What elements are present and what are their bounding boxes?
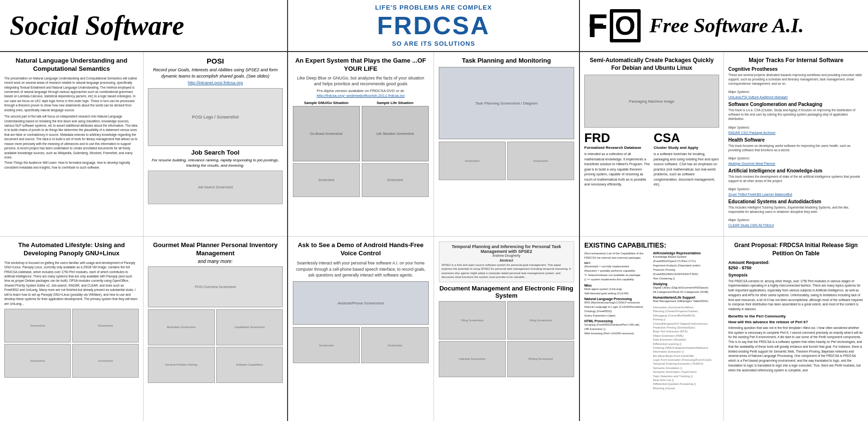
main-content: Natural Language Understanding and Compu… bbox=[0, 52, 868, 421]
frd-name: FRD bbox=[584, 131, 650, 145]
right-bottom-row: EXISTING CAPABILITIES: (Non-exhaustive) … bbox=[580, 237, 868, 421]
ai-link[interactable]: Scyer ThBot FreeKBS Learner BalanceBot bbox=[728, 193, 864, 196]
frd-csa-title: Semi-Automatically Create Packages Quick… bbox=[584, 57, 719, 72]
cognitive-section: Cognitive Prostheses These are several p… bbox=[728, 66, 864, 99]
conglomeration-title: Software Conglomeration and Packaging bbox=[728, 102, 864, 107]
lifestyle-ss2: Screenshot bbox=[72, 309, 139, 342]
ai-title: Artificial Intelligence and Knowledge-is… bbox=[728, 168, 864, 173]
docmgmt-ss3: Indexing Screenshot bbox=[439, 341, 506, 377]
grant-how-title: How will this advance the release of Per… bbox=[728, 320, 864, 324]
grant-amount-label: Amount Requested: bbox=[728, 260, 864, 265]
docmgmt-ss2: Filing Screenshot bbox=[507, 301, 574, 340]
go-img: Go Board Screenshot bbox=[293, 106, 360, 161]
grant-synopsis-title: Synopsis bbox=[728, 273, 864, 277]
frd-csa-split: FRD Formalized Research Database is inte… bbox=[584, 131, 719, 187]
task-img: Task Planning Screenshot / Diagram bbox=[439, 67, 575, 139]
conglomeration-link[interactable]: RADAR CSO Package Archiver bbox=[728, 131, 864, 134]
expert-ss3: Screenshot bbox=[293, 163, 360, 197]
lifestyle-text: This workshop is focused on getting the … bbox=[4, 261, 139, 306]
gourmet-title: Gourmet Meal Planner Personal Inventory … bbox=[148, 241, 283, 258]
task-title: Task Planning and Monitoring bbox=[439, 57, 575, 64]
frd-csa-panel: Semi-Automatically Create Packages Quick… bbox=[580, 52, 724, 236]
educational-section: Educational Systems and Autodidactism Th… bbox=[728, 199, 864, 227]
expert-dvd-link[interactable]: http://frdcsa.org/~andrewdo/flourish-201… bbox=[293, 93, 429, 98]
ai-text: This track involves the development of s… bbox=[728, 174, 864, 183]
right-top-row: Semi-Automatically Create Packages Quick… bbox=[580, 52, 868, 237]
left-top-row: Natural Language Understanding and Compu… bbox=[0, 52, 287, 237]
expert-screenshots: Sample GNU/Go Situation Go Board Screens… bbox=[293, 101, 429, 161]
machine-img: Packaging Machine Image bbox=[584, 75, 719, 128]
docmgmt-panel: Temporal Planning and Inferencing for Pe… bbox=[434, 237, 579, 421]
lifestyle-screenshots: Screenshot Screenshot Screenshot Screens… bbox=[4, 309, 139, 378]
fo-o-letter: O bbox=[610, 9, 641, 42]
conglomeration-section: Software Conglomeration and Packaging Th… bbox=[728, 102, 864, 134]
posi-subtitle: Record your Goals, Interests and Abiliti… bbox=[148, 67, 283, 79]
right-group: Semi-Automatically Create Packages Quick… bbox=[580, 52, 868, 421]
exist-col-right: AI/Knowledge Representation Knowledge Ba… bbox=[653, 251, 720, 390]
lifestyle-title: The Automated Lifestyle: Using and Devel… bbox=[4, 241, 139, 258]
cognitive-link[interactable]: UniLang PSI Vulture Audience Manager bbox=[728, 95, 864, 99]
csa-name: CSA bbox=[654, 131, 719, 145]
job-search-img: Job Search Screenshot bbox=[148, 171, 283, 204]
fo-logo: F O bbox=[588, 9, 641, 42]
health-title: Health Software bbox=[728, 137, 864, 143]
health-link[interactable]: Akahige Gourmet Meal Planner bbox=[728, 162, 864, 165]
frd-block: FRD Formalized Research Database is inte… bbox=[584, 131, 650, 187]
expert-subtitle: Like Deep Blue or GNUGo, but analyzes th… bbox=[293, 75, 429, 87]
android-screenshots2: Screenshot Screenshot bbox=[293, 327, 429, 363]
frd-fullname: Formalized Research Database bbox=[584, 145, 650, 150]
grant-panel: Grant Proposal: FRDCSA Initial Release S… bbox=[724, 237, 868, 421]
educational-link[interactable]: CLEAR Study CMS All ThEd-it bbox=[728, 224, 864, 227]
expert-dvd-text: Pre-Alpha version available on FRDCSA DV… bbox=[293, 89, 429, 93]
expert-title: An Expert System that Plays the Game ...… bbox=[293, 57, 429, 73]
header-center: LIFE'S PROBLEMS ARE COMPLEX FRDCSA SO AR… bbox=[288, 0, 580, 51]
existing-cap-grid: (Non-exhaustive) List of the Capabilitie… bbox=[584, 251, 719, 390]
ai-section: Artificial Intelligence and Knowledge-is… bbox=[728, 168, 864, 196]
grant-petition-text: Benefits to the Perl Community bbox=[728, 314, 864, 318]
frd-text: is intended as a collection of all mathe… bbox=[584, 152, 650, 187]
android-panel: Ask to See a Demo of Android Hands-Free … bbox=[288, 237, 434, 421]
android-ss2: Screenshot bbox=[293, 327, 360, 363]
nlp-text1: The presentation on Natural Language Und… bbox=[4, 76, 139, 112]
header-left: Social Software bbox=[0, 0, 288, 51]
task-planning-panel: Task Planning and Monitoring Task Planni… bbox=[434, 52, 579, 236]
cognitive-systems-label: Major Systems: bbox=[728, 90, 750, 93]
android-subtitle: Seamlessly interact with your personal f… bbox=[293, 260, 429, 278]
health-systems-label: Major Systems: bbox=[728, 157, 750, 160]
lifes-problems-text: LIFE'S PROBLEMS ARE COMPLEX bbox=[375, 4, 492, 11]
cognitive-title: Cognitive Prostheses bbox=[728, 66, 864, 72]
mid-top-row: An Expert System that Plays the Game ...… bbox=[288, 52, 579, 237]
educational-title: Educational Systems and Autodidactism bbox=[728, 199, 864, 204]
gourmet-subtitle: and many more: bbox=[148, 259, 283, 264]
grant-title: Grant Proposal: FRDCSA Initial Release S… bbox=[728, 241, 864, 258]
gourmet-panel: Gourmet Meal Planner Personal Inventory … bbox=[144, 237, 287, 421]
csa-text: is a software toolchain for locating, pa… bbox=[654, 152, 719, 187]
educational-systems-label: Major Systems: bbox=[728, 218, 750, 222]
expert-ss4: Screenshot bbox=[362, 163, 429, 197]
gourmet-screenshots: Motivation Screenshot Capabilities Scree… bbox=[148, 309, 283, 383]
gourmet-ss2: Motivation Screenshot bbox=[148, 309, 215, 345]
grant-synopsis-text: The FRDCSA consists of, among other thin… bbox=[728, 279, 864, 312]
docmgmt-screenshots: Filing Screenshot Filing Screenshot Inde… bbox=[439, 301, 575, 377]
major-tracks-title: Major Tracks For Internal Software bbox=[728, 57, 864, 64]
conglomeration-systems-label: Major Systems: bbox=[728, 126, 750, 129]
educational-text: This includes Intelligent Tutoring Syste… bbox=[728, 205, 864, 214]
nlp-text2: The second part of the talk will focus o… bbox=[4, 114, 139, 159]
posi-link[interactable]: http://intranet.posi.frdcsa.org bbox=[148, 80, 283, 85]
paper-header: Temporal Planning and Inferencing for Pe… bbox=[439, 241, 575, 282]
docmgmt-ss4: Writing Screenshot bbox=[507, 341, 574, 377]
gourmet-ss1: POSI Overview Screenshot bbox=[148, 266, 283, 307]
mid-bottom-row: Ask to See a Demo of Android Hands-Free … bbox=[288, 237, 579, 421]
left-group: Natural Language Understanding and Compu… bbox=[0, 52, 288, 421]
gourmet-ss5: Software Capabilities bbox=[216, 347, 283, 383]
header: Social Software LIFE'S PROBLEMS ARE COMP… bbox=[0, 0, 868, 52]
job-search-subtitle: For resume building, relevance ranking, … bbox=[148, 158, 283, 168]
free-software-ai-title: Free Software A.I. bbox=[649, 14, 803, 37]
lifestyle-panel: The Automated Lifestyle: Using and Devel… bbox=[0, 237, 144, 421]
posi-title: POSI bbox=[148, 57, 283, 65]
mid-group: An Expert System that Plays the Game ...… bbox=[288, 52, 580, 421]
android-ss3: Screenshot bbox=[361, 327, 428, 363]
expert-panel: An Expert System that Plays the Game ...… bbox=[288, 52, 434, 236]
label2: Sample Life Situation bbox=[362, 101, 429, 105]
task-ss2: Screenshot bbox=[507, 142, 574, 180]
